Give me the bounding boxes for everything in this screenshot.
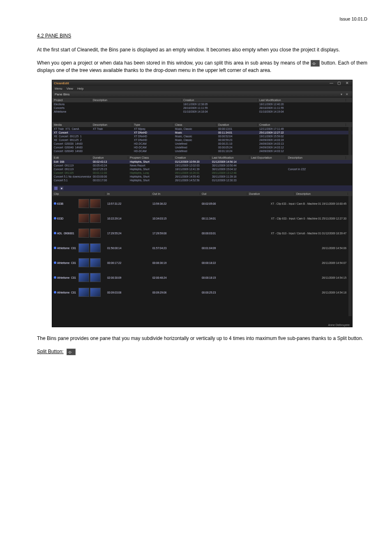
clip-row[interactable]: Athletisme_C01 00:06:17:22 00:06:36:19 0…: [52, 255, 352, 270]
pane-bins-title: Pane Bins: [55, 92, 69, 96]
media-row[interactable]: Concert_020049_14h00HD-DCAMUndefined00:0…: [52, 149, 352, 153]
project-row[interactable]: Concerts28/10/2009 11:11:5528/10/2009 11…: [52, 106, 352, 110]
clip-row[interactable]: Athletisme_C01 00:09:03:08 00:09:29:06 0…: [52, 285, 352, 300]
media-scrollbar[interactable]: [348, 127, 352, 155]
projects-body: Elections18/11/2009 12:38:0518/11/2009 1…: [52, 102, 352, 122]
clip-row[interactable]: ADL_0906001 17:29:55:24 17:29:59:00 00:0…: [52, 226, 352, 240]
clip-thumbnail-in: [78, 243, 89, 252]
media-row[interactable]: XT_Concert_XT DNxHDMusic00:11:34:0125/11…: [52, 131, 352, 134]
clips-scrollbar[interactable]: [348, 196, 352, 316]
intro-paragraph-1: At the first start of Cleanedit, the Bin…: [37, 46, 367, 53]
split-button-note: Split Button:: [37, 348, 367, 355]
edit-row[interactable]: Edit_00600:02:43:13Highlights, Short01/1…: [52, 160, 352, 164]
clip-thumbnail-out: [90, 229, 101, 238]
media-row[interactable]: XE_Concert_091125_1XT DNxHDMusic, Classi…: [52, 134, 352, 138]
clip-status-dot: [54, 261, 56, 264]
clip-thumbnail-in: [78, 199, 89, 208]
clip-status-dot: [54, 276, 56, 279]
app-title: CleanEdit: [54, 81, 69, 85]
clips-body: 633B 13:57:31:22 13:59:36:22 00:02:05:00…: [52, 196, 352, 316]
clip-status-dot: [54, 232, 56, 234]
menu-view[interactable]: View: [67, 87, 73, 90]
project-row[interactable]: Elections18/11/2009 12:38:0518/11/2009 1…: [52, 102, 352, 106]
split-icon-inline: [311, 60, 320, 67]
clip-thumbnail-in: [78, 288, 89, 297]
section-heading: 4.2 PANE BINS: [37, 33, 367, 39]
project-row[interactable]: Athletisme01/10/2009 14:18:0401/10/2009 …: [52, 110, 352, 113]
edit-row[interactable]: Concert_09111900:07:25:15Highlights, Sho…: [52, 167, 352, 171]
clip-thumbnail-out: [90, 214, 101, 223]
clip-row[interactable]: 633B 13:57:31:22 13:59:36:22 00:02:05:00…: [52, 196, 352, 211]
clip-thumbnail-out: [90, 273, 101, 282]
clip-thumbnail-out: [90, 288, 101, 297]
clip-status-dot: [54, 202, 56, 205]
menu-menu[interactable]: Menu: [55, 87, 62, 90]
edit-row[interactable]: Concert_09111900:05:43:24News Report19/1…: [52, 164, 352, 167]
menu-help[interactable]: Help: [77, 87, 83, 90]
clips-toolbar: ▼: [52, 185, 352, 191]
clip-thumbnail-in: [78, 273, 89, 282]
clip-thumbnail-in: [78, 214, 89, 223]
media-row[interactable]: XE_Concert_091125_2XT DNxHDMusic, Classi…: [52, 138, 352, 142]
clips-filter-icon[interactable]: ▼: [60, 186, 64, 190]
footer-username: Anne Delbruyere: [328, 324, 350, 326]
media-columns[interactable]: Media Description Type Class Duration Cr…: [52, 122, 352, 127]
media-row[interactable]: XT Train_XT1_CamAXT TrainXT MjpegMusic, …: [52, 127, 352, 131]
clip-status-dot: [54, 291, 56, 294]
edits-body: Edit_00600:02:43:13Highlights, Short01/1…: [52, 160, 352, 185]
projects-columns[interactable]: Project Description Creation Last Modifi…: [52, 97, 352, 102]
media-body: XT Train_XT1_CamAXT TrainXT MjpegMusic, …: [52, 127, 352, 155]
edit-row[interactable]: Concert 5.1 No downconversion00:03:00:00…: [52, 175, 352, 178]
pane-bins-header: Pane Bins ▾ ✕: [52, 91, 352, 97]
cleanedit-screenshot: CleanEdit — ▢ ✕ Menu View Help Pane Bins…: [52, 80, 353, 327]
below-screenshot-paragraph: The Bins pane provides one pane that you…: [37, 335, 367, 342]
clip-status-dot: [54, 217, 56, 220]
clip-row[interactable]: Athletisme_C01 01:56:00:14 01:57:04:23 0…: [52, 240, 352, 255]
clip-thumbnail-in: [78, 229, 89, 238]
clip-thumbnail-out: [90, 199, 101, 208]
clip-thumbnail-in: [78, 258, 89, 267]
clip-status-dot: [54, 247, 56, 249]
media-row[interactable]: Concert_020036_14h00HD-DCAMUndefined00:0…: [52, 142, 352, 146]
edit-row[interactable]: Concert 5.100:03:17:00Highlights, Short2…: [52, 178, 352, 182]
edits-columns[interactable]: Edit Duration Program Class Creation Las…: [52, 155, 352, 160]
issue-number: Issue 10.01.D: [339, 16, 367, 21]
clips-columns[interactable]: Clip In Out In Out Duration Description: [52, 191, 352, 196]
split-icon-note: [67, 349, 76, 355]
pane-bins-buttons[interactable]: ▾ ✕: [341, 92, 350, 96]
edit-row[interactable]: Concert_09110500:01:11:00Highlights, Lon…: [52, 171, 352, 175]
clip-thumbnail-out: [90, 243, 101, 252]
clip-row[interactable]: 633D 10:22:29:14 10:34:03:15 00:11:34:01…: [52, 211, 352, 226]
window-buttons[interactable]: — ▢ ✕: [330, 81, 350, 85]
window-titlebar: CleanEdit — ▢ ✕: [52, 80, 352, 86]
clip-row[interactable]: Athletisme_C01 02:00:30:09 02:00:48:24 0…: [52, 270, 352, 285]
intro-paragraph-2: When you open a project or when data has…: [37, 59, 367, 74]
clips-view-tiles-icon[interactable]: [54, 186, 58, 190]
menu-bar[interactable]: Menu View Help: [52, 86, 352, 91]
clip-thumbnail-out: [90, 258, 101, 267]
media-row[interactable]: Concert_020040_14h00HD-DCAMUndefined00:0…: [52, 146, 352, 149]
